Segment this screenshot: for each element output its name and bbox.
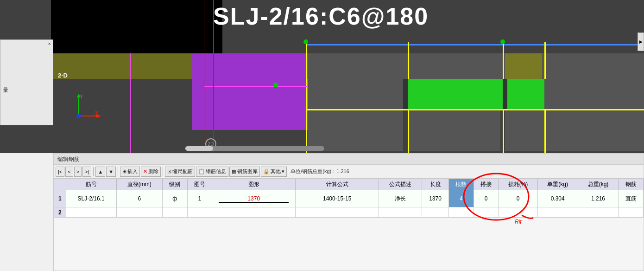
dropdown-arrow-icon: ▾ xyxy=(282,168,284,174)
insert-label: 插入 xyxy=(127,168,138,175)
scale-button[interactable]: ⊡ 缩尺配筋 xyxy=(165,167,195,177)
cell-formula-1: 1400-15-15 xyxy=(296,190,379,207)
cell-bar-type-1: 直筋 xyxy=(619,190,644,207)
row-num-2: 2 xyxy=(54,207,66,218)
right-edge-button[interactable]: ▶ xyxy=(638,32,644,51)
delete-label: 删除 xyxy=(148,168,158,175)
col-header-grade: 级别 xyxy=(162,179,187,190)
cell-grade-2 xyxy=(162,207,187,218)
insert-button[interactable]: ⊞ 插入 xyxy=(120,167,140,177)
gray-block-10 xyxy=(408,109,500,151)
col-header-count: 根数 xyxy=(449,179,474,190)
col-header-splice: 搭接 xyxy=(474,179,499,190)
move-up-button[interactable]: ▲ xyxy=(95,167,105,177)
olive-band-1 xyxy=(51,53,204,79)
scale-icon: ⊡ xyxy=(167,168,171,174)
col-header-loss: 损耗(%) xyxy=(499,179,537,190)
red-vline-2 xyxy=(204,0,204,153)
panel-header: 编辑钢筋 xyxy=(54,154,644,165)
blue-hline-1 xyxy=(306,44,644,45)
lock-icon: 🔒 xyxy=(263,168,270,174)
label-2d: 2-D xyxy=(58,72,68,79)
sep-1 xyxy=(93,167,94,176)
viewport-scrollbar-thumb[interactable] xyxy=(185,146,213,151)
gray-block-5 xyxy=(403,79,408,109)
col-header-drawing: 图号 xyxy=(187,179,212,190)
cad-title: SLJ-2/16:C6@180 xyxy=(213,2,429,30)
table-row: 2 xyxy=(54,207,644,218)
gray-block-12 xyxy=(544,109,644,151)
info-icon: 📋 xyxy=(198,168,205,174)
col-header-empty xyxy=(54,179,66,190)
left-panel: × 量 xyxy=(0,39,53,125)
svg-point-6 xyxy=(76,114,81,118)
yellow-hline-1 xyxy=(306,109,644,110)
gray-block-6 xyxy=(503,79,507,109)
library-button[interactable]: ▦ 钢筋图库 xyxy=(229,167,260,177)
table-header-row: 筋号 直径(mm) 级别 图号 图形 计算公式 公式描述 长度 根数 搭接 损耗… xyxy=(54,179,644,190)
gray-block-3 xyxy=(542,53,644,79)
cell-splice-1: 0 xyxy=(474,190,499,207)
col-header-bar-id: 筋号 xyxy=(66,179,116,190)
cell-diameter-2 xyxy=(116,207,162,218)
cell-desc-1: 净长 xyxy=(379,190,422,207)
delete-icon: ✕ xyxy=(143,168,147,174)
close-button[interactable]: × xyxy=(48,41,51,46)
toolbar: |< < > >| ▲ ▼ ⊞ 插入 ✕ 删除 ⊡ 缩尺配筋 📋 钢筋信息 ▦ … xyxy=(54,165,644,179)
cell-bar-id-1: SLJ-2/16.1 xyxy=(66,190,116,207)
nav-next-button[interactable]: > xyxy=(74,167,82,177)
panel-label: 量 xyxy=(3,86,8,94)
other-button[interactable]: 🔒 其他 ▾ xyxy=(261,167,287,177)
gray-block-9 xyxy=(308,109,403,151)
table-row: 1 SLJ-2/16.1 6 ф 1 1370 1400-15-15 净长 13… xyxy=(54,190,644,207)
cell-length-2 xyxy=(422,207,448,218)
yellow-vline-1 xyxy=(306,42,307,153)
magenta-vline-2 xyxy=(204,86,308,87)
gray-block-4 xyxy=(308,79,403,109)
cell-total-weight-2 xyxy=(578,207,618,218)
col-header-length: 长度 xyxy=(422,179,448,190)
green-dot-1 xyxy=(303,39,308,44)
nav-first-button[interactable]: |< xyxy=(56,167,64,177)
cell-shape-2 xyxy=(212,207,296,218)
col-header-diameter: 直径(mm) xyxy=(116,179,162,190)
cell-length-1: 1370 xyxy=(422,190,448,207)
cell-shape-1: 1370 xyxy=(212,190,296,207)
other-label: 其他 xyxy=(271,168,281,175)
cell-unit-weight-2 xyxy=(537,207,578,218)
nav-last-button[interactable]: >| xyxy=(82,167,91,177)
gray-block-11 xyxy=(505,109,544,151)
axis-indicator: Y X xyxy=(65,93,102,127)
library-icon: ▦ xyxy=(232,168,236,174)
rebar-table: 筋号 直径(mm) 级别 图号 图形 计算公式 公式描述 长度 根数 搭接 损耗… xyxy=(54,179,644,218)
delete-button[interactable]: ✕ 删除 xyxy=(141,167,161,177)
col-header-bar-type: 钢筋 xyxy=(619,179,644,190)
purple-block xyxy=(192,53,308,130)
row-num-1: 1 xyxy=(54,190,66,207)
cell-count-2 xyxy=(449,207,474,218)
cell-loss-1: 0 xyxy=(499,190,537,207)
cell-formula-2 xyxy=(296,207,379,218)
magenta-vline-1 xyxy=(130,53,131,153)
cell-loss-2 xyxy=(499,207,537,218)
cell-count-1[interactable]: 4 xyxy=(449,190,474,207)
col-header-shape: 图形 xyxy=(212,179,296,190)
viewport-scrollbar[interactable] xyxy=(185,146,324,151)
cell-bar-id-2 xyxy=(66,207,116,218)
table-panel: 编辑钢筋 |< < > >| ▲ ▼ ⊞ 插入 ✕ 删除 ⊡ 缩尺配筋 📋 钢筋… xyxy=(53,153,644,271)
nav-prev-button[interactable]: < xyxy=(65,167,73,177)
col-header-unit-weight: 单重(kg) xyxy=(537,179,578,190)
cell-bar-type-2 xyxy=(619,207,644,218)
sep-2 xyxy=(118,167,118,176)
info-label: 钢筋信息 xyxy=(206,168,226,175)
svg-text:Rit: Rit xyxy=(515,219,522,225)
move-down-button[interactable]: ▼ xyxy=(106,167,116,177)
green-dot-2 xyxy=(500,39,505,44)
insert-icon: ⊞ xyxy=(122,168,126,174)
col-header-total-weight: 总重(kg) xyxy=(578,179,618,190)
red-vline-1 xyxy=(213,0,214,153)
info-button[interactable]: 📋 钢筋信息 xyxy=(196,167,228,177)
total-weight-text: 单位/钢筋总重(kg)：1.216 xyxy=(290,168,349,175)
black-region xyxy=(51,0,222,53)
svg-text:X: X xyxy=(95,110,99,116)
